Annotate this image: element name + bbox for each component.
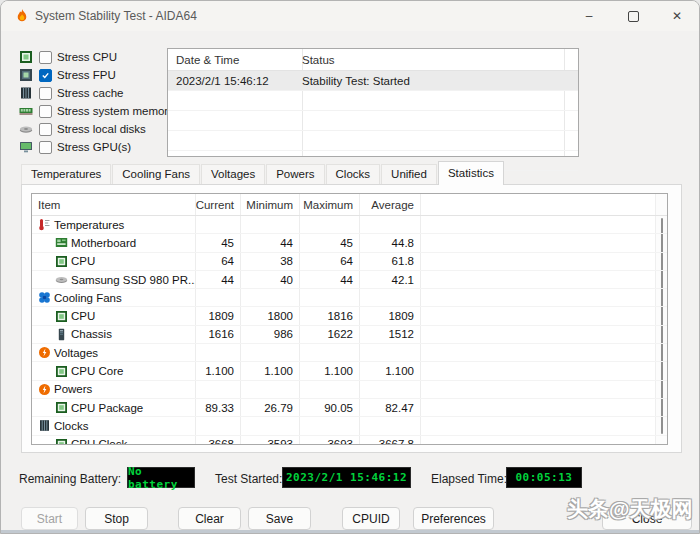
battery-value: No battery — [128, 465, 194, 491]
stats-item-label: CPU Clock — [71, 438, 127, 445]
window-bottom-edge — [1, 530, 699, 533]
log-empty-row — [168, 111, 578, 131]
start-button: Start — [21, 507, 78, 530]
stats-data-row[interactable]: CPU1809180018161809 — [32, 307, 667, 325]
stats-item-label: CPU Core — [71, 365, 123, 377]
checkbox[interactable] — [39, 141, 52, 154]
stats-col-maximum: Maximum — [299, 199, 359, 211]
stats-current-value: 3668 — [195, 438, 240, 445]
statistics-table: Item Current Minimum Maximum Average Tem… — [31, 193, 668, 445]
stats-maximum-value: 1.100 — [299, 365, 359, 377]
stop-button[interactable]: Stop — [85, 507, 148, 530]
tab-unified[interactable]: Unified — [381, 164, 437, 184]
memory-icon — [19, 104, 33, 118]
stability-test-window: System Stability Test - AIDA64 – ✕ Stres… — [0, 0, 700, 534]
disk-icon — [55, 273, 68, 286]
stats-data-row[interactable]: CPU64386461.8 — [32, 253, 667, 271]
stress-option-stress-local-disks[interactable]: Stress local disks — [19, 120, 163, 138]
stats-data-row[interactable]: Samsung SSD 980 PR...44404442.1 — [32, 271, 667, 289]
cache-icon — [19, 86, 33, 100]
stats-data-row[interactable]: Motherboard45444544.8 — [32, 234, 667, 252]
stats-maximum-value: 90.05 — [299, 402, 359, 414]
log-table-header: Date & Time Status — [168, 49, 578, 71]
test-started-value: 2023/2/1 15:46:12 — [286, 471, 407, 484]
power-icon — [38, 383, 51, 396]
temperature-icon — [38, 218, 51, 231]
maximize-button[interactable] — [611, 1, 655, 31]
stats-item-label: Powers — [54, 383, 92, 395]
stress-option-label: Stress CPU — [57, 51, 117, 63]
title-bar: System Stability Test - AIDA64 – ✕ — [1, 1, 699, 31]
aida64-flame-icon — [14, 8, 30, 24]
stats-item-label: Motherboard — [71, 237, 136, 249]
stats-average-value: 1.100 — [359, 365, 420, 377]
test-started-lcd: 2023/2/1 15:46:12 — [282, 467, 411, 488]
stats-item-cell: Clocks — [32, 419, 195, 432]
stats-item-label: Temperatures — [54, 219, 124, 231]
close-window-button[interactable]: ✕ — [655, 1, 699, 31]
stress-option-stress-cpu[interactable]: Stress CPU — [19, 48, 163, 66]
log-row[interactable]: 2023/2/1 15:46:12Stability Test: Started — [168, 71, 578, 91]
checkbox[interactable] — [39, 51, 52, 64]
stats-data-row[interactable]: CPU Package89.3326.7990.0582.47 — [32, 399, 667, 417]
stats-item-cell: CPU Core — [32, 365, 195, 378]
stats-data-row[interactable]: CPU Clock3668359336933667.8 — [32, 436, 667, 445]
clear-button[interactable]: Clear — [178, 507, 241, 530]
battery-label: Remaining Battery: — [19, 472, 121, 486]
tab-powers[interactable]: Powers — [266, 164, 324, 184]
stats-current-value: 45 — [195, 237, 240, 249]
minimize-button[interactable]: – — [567, 1, 611, 31]
stats-item-label: Chassis — [71, 328, 112, 340]
stats-item-cell: Motherboard — [32, 236, 195, 249]
stress-option-stress-gpu-s-[interactable]: Stress GPU(s) — [19, 138, 163, 156]
stats-item-cell: Voltages — [32, 346, 195, 359]
elapsed-time-label: Elapsed Time: — [431, 472, 507, 486]
stress-option-label: Stress system memory — [57, 105, 174, 117]
statistics-tab-panel: Item Current Minimum Maximum Average Tem… — [21, 184, 682, 453]
stats-data-row[interactable]: Chassis161698616221512 — [32, 326, 667, 344]
log-col-datetime: Date & Time — [168, 54, 302, 66]
battery-lcd: No battery — [127, 467, 195, 488]
stats-item-cell: CPU Package — [32, 401, 195, 414]
tab-statistics[interactable]: Statistics — [438, 161, 504, 185]
stats-group-row[interactable]: Clocks — [32, 417, 667, 435]
log-empty-row — [168, 91, 578, 111]
stats-maximum-value: 44 — [299, 274, 359, 286]
save-button[interactable]: Save — [248, 507, 311, 530]
stats-data-row[interactable]: CPU Core1.1001.1001.1001.100 — [32, 362, 667, 380]
test-started-label: Test Started: — [215, 472, 282, 486]
window-title: System Stability Test - AIDA64 — [35, 9, 197, 23]
chassis-icon — [55, 328, 68, 341]
stats-item-cell: Powers — [32, 383, 195, 396]
stress-option-stress-fpu[interactable]: Stress FPU — [19, 66, 163, 84]
stats-col-current: Current — [195, 199, 240, 211]
stats-group-row[interactable]: Cooling Fans — [32, 289, 667, 307]
stress-option-stress-cache[interactable]: Stress cache — [19, 84, 163, 102]
gpu-icon — [19, 140, 33, 154]
clock-chip-icon — [38, 419, 51, 432]
stats-average-value: 1809 — [359, 310, 420, 322]
stats-current-value: 1616 — [195, 328, 240, 340]
tab-cooling-fans[interactable]: Cooling Fans — [112, 164, 200, 184]
fpu-icon — [19, 68, 33, 82]
stress-option-label: Stress cache — [57, 87, 123, 99]
stress-options-panel: Stress CPUStress FPUStress cacheStress s… — [19, 48, 163, 156]
tab-clocks[interactable]: Clocks — [326, 164, 381, 184]
stats-maximum-value: 64 — [299, 255, 359, 267]
checkbox[interactable] — [39, 123, 52, 136]
stress-option-stress-system-memory[interactable]: Stress system memory — [19, 102, 163, 120]
checkbox[interactable] — [39, 87, 52, 100]
stats-group-row[interactable]: Temperatures — [32, 216, 667, 234]
stress-option-label: Stress GPU(s) — [57, 141, 131, 153]
checkbox[interactable] — [39, 105, 52, 118]
stats-minimum-value: 1.100 — [240, 365, 299, 377]
stats-col-minimum: Minimum — [240, 199, 299, 211]
preferences-button[interactable]: Preferences — [413, 507, 494, 530]
stats-average-value: 1512 — [359, 328, 420, 340]
stats-group-row[interactable]: Voltages — [32, 344, 667, 362]
tab-temperatures[interactable]: Temperatures — [21, 164, 111, 184]
cpuid-button[interactable]: CPUID — [342, 507, 400, 530]
tab-voltages[interactable]: Voltages — [201, 164, 265, 184]
stats-group-row[interactable]: Powers — [32, 381, 667, 399]
checkbox[interactable] — [39, 69, 52, 82]
